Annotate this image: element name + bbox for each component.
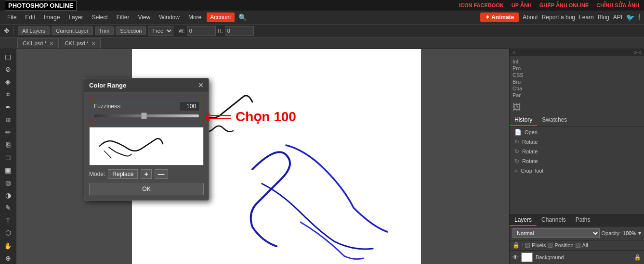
search-icon[interactable]: 🔍 <box>238 13 247 21</box>
menu-report-bug[interactable]: Report a bug <box>542 14 575 21</box>
slider-thumb[interactable] <box>141 113 147 119</box>
eyedropper-tool[interactable]: ✒ <box>2 101 14 113</box>
clone-tool[interactable]: ⎘ <box>2 139 14 151</box>
ok-button[interactable]: OK <box>89 183 204 195</box>
zoom-tool[interactable]: ⊕ <box>2 252 14 264</box>
right-menu: ✦ Animate About Report a bug Learn Blog … <box>480 13 640 22</box>
history-rotate-3[interactable]: ↻ Rotate <box>510 156 644 166</box>
mode-dropdown[interactable]: Free <box>148 26 173 36</box>
twitter-icon[interactable]: 🐦 <box>626 13 634 21</box>
position-checkbox[interactable] <box>548 243 552 248</box>
animate-button[interactable]: ✦ Animate <box>480 13 519 22</box>
mode-row: Mode: Replace + — <box>89 169 204 179</box>
menu-layer[interactable]: Layer <box>65 13 86 22</box>
image-icon-row: 🖼 <box>510 101 644 114</box>
menu-api[interactable]: API <box>613 14 622 21</box>
tab-swatches[interactable]: Swatches <box>537 114 572 126</box>
blur-tool[interactable]: ◍ <box>2 177 14 189</box>
menu-account[interactable]: Account <box>207 13 234 22</box>
pixels-label: Pixels <box>532 242 546 248</box>
blend-mode-select[interactable]: Normal <box>513 228 600 238</box>
mode-dropdown[interactable]: Replace <box>108 169 138 179</box>
tab-1-close[interactable]: ✕ <box>50 41 53 46</box>
w-label: W: <box>178 28 184 34</box>
tab-paths[interactable]: Paths <box>571 214 595 226</box>
hand-tool[interactable]: ✋ <box>2 240 14 251</box>
current-layer-btn[interactable]: Current Layer <box>52 26 92 35</box>
trim-btn[interactable]: Trim <box>95 26 114 35</box>
opacity-arrow[interactable]: ▾ <box>638 230 641 237</box>
crop-tool[interactable]: ⌗ <box>2 89 14 101</box>
tab-layers[interactable]: Layers <box>510 214 537 226</box>
pro-label: Pro <box>513 65 521 71</box>
layer-row[interactable]: 👁 Background 🔒 <box>510 251 644 264</box>
menu-more[interactable]: More <box>185 13 205 22</box>
menu-file[interactable]: File <box>4 13 20 22</box>
menu-edit[interactable]: Edit <box>22 13 39 22</box>
paint-bucket-tool[interactable]: ▣ <box>2 164 14 176</box>
tab-2-close[interactable]: ✕ <box>92 41 95 46</box>
info-row-par[interactable]: Par <box>513 92 641 99</box>
history-rotate-2[interactable]: ↻ Rotate <box>510 147 644 156</box>
image-icon: 🖼 <box>513 102 521 112</box>
brand-link[interactable]: CHỈNH SỬA ẢNH <box>596 2 639 9</box>
info-row-cha[interactable]: Cha <box>513 85 641 92</box>
all-checkbox[interactable] <box>576 243 580 248</box>
lasso-tool[interactable]: ⊘ <box>2 63 14 75</box>
eraser-tool[interactable]: ◻ <box>2 151 14 163</box>
w-input[interactable] <box>187 26 216 36</box>
menu-select[interactable]: Select <box>88 13 111 22</box>
shape-tool[interactable]: ⬡ <box>2 227 14 239</box>
all-layers-btn[interactable]: All Layers <box>18 26 50 35</box>
brand-link[interactable]: UP ẢNH <box>512 2 532 9</box>
text-tool[interactable]: T <box>2 214 14 226</box>
facebook-icon[interactable]: f <box>638 13 640 21</box>
mode-plus-btn[interactable]: + <box>141 169 151 179</box>
menu-learn[interactable]: Learn <box>579 14 594 21</box>
info-row-inf[interactable]: Inf <box>513 58 641 65</box>
collapse-left-btn[interactable]: < <box>513 50 515 55</box>
info-row-pro[interactable]: Pro <box>513 65 641 72</box>
h-input[interactable] <box>225 26 254 36</box>
brand-link[interactable]: ICON FACEBOOK <box>459 2 504 9</box>
pixels-checkbox[interactable] <box>525 243 530 248</box>
move-tool-icon[interactable]: ✥ <box>4 27 10 35</box>
position-label: Position <box>554 242 573 248</box>
selection-btn[interactable]: Selection <box>116 26 146 35</box>
history-rotate-1[interactable]: ↻ Rotate <box>510 137 644 147</box>
info-row-bru[interactable]: Bru <box>513 78 641 85</box>
dodge-tool[interactable]: ◑ <box>2 189 14 201</box>
menu-about[interactable]: About <box>523 14 538 21</box>
brand-links: ICON FACEBOOKUP ẢNHGHÉP ẢNH ONLINECHỈNH … <box>459 2 639 9</box>
dialog-title-bar: Color Range ✕ <box>84 78 209 92</box>
dialog-close-button[interactable]: ✕ <box>198 81 204 89</box>
tab-1[interactable]: CK1.psd * ✕ <box>17 38 59 49</box>
expand-btn[interactable]: > < <box>634 50 641 55</box>
fuzziness-value: 100 <box>180 102 199 111</box>
fuzziness-label: Fuzziness: <box>94 103 121 110</box>
menu-filter[interactable]: Filter <box>113 13 133 22</box>
css-label: CSS <box>513 72 524 78</box>
brand-link[interactable]: GHÉP ẢNH ONLINE <box>539 2 589 9</box>
tab-2[interactable]: CK1.psd * ✕ <box>60 38 101 49</box>
info-row-css[interactable]: CSS <box>513 72 641 78</box>
tab-channels[interactable]: Channels <box>537 214 571 226</box>
menu-window[interactable]: Window <box>156 13 183 22</box>
menu-blog[interactable]: Blog <box>598 14 609 21</box>
mode-minus-btn[interactable]: — <box>155 169 168 179</box>
menu-image[interactable]: Image <box>40 13 63 22</box>
heal-tool[interactable]: ⊕ <box>2 114 14 126</box>
fuzziness-slider[interactable] <box>94 114 199 117</box>
magic-wand-tool[interactable]: ◈ <box>2 76 14 88</box>
history-crop[interactable]: ⌗ Crop Tool <box>510 166 644 176</box>
dialog-preview <box>89 127 204 165</box>
brush-tool[interactable]: ✏ <box>2 126 14 138</box>
toolbar-strip: ✥ All Layers Current Layer Trim Selectio… <box>0 24 644 38</box>
history-open[interactable]: 📄 Open <box>510 127 644 137</box>
history-label-crop: Crop Tool <box>521 168 543 174</box>
menu-view[interactable]: View <box>134 13 154 22</box>
selection-tool[interactable]: ▢ <box>2 51 14 63</box>
tab-history[interactable]: History <box>510 114 537 126</box>
pen-tool[interactable]: ✎ <box>2 202 14 214</box>
eye-icon[interactable]: 👁 <box>513 254 518 261</box>
